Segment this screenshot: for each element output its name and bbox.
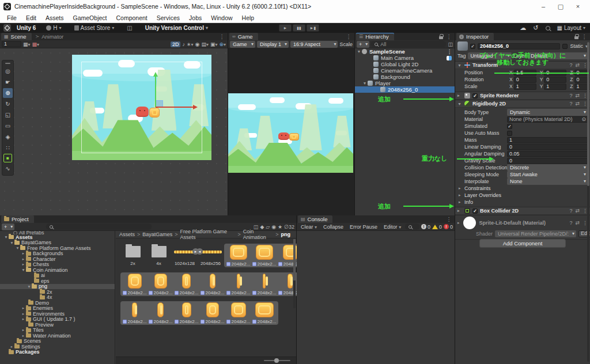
breadcrumb-item[interactable]: Free Platform Game Assets: [180, 229, 236, 240]
material-header[interactable]: ▸ Sprite-Lit-Default (Material) ?⇄⋮: [455, 215, 590, 230]
hierarchy-row[interactable]: Main Camera: [355, 55, 455, 61]
scene-tool-button[interactable]: ∿: [3, 164, 13, 173]
minimize-icon[interactable]: –: [535, 3, 552, 10]
kebab-icon[interactable]: ⋮: [447, 216, 452, 222]
scene-camera-icon[interactable]: ▣▾: [210, 41, 218, 47]
foldout-icon[interactable]: ▸: [21, 251, 26, 256]
foldout-icon[interactable]: ▼: [21, 268, 26, 272]
hierarchy-row[interactable]: Global Light 2D: [355, 61, 455, 67]
history-icon[interactable]: ↺: [533, 24, 538, 32]
rotation-x-field[interactable]: 0: [514, 77, 536, 83]
tab-inspector[interactable]: iInspector: [456, 33, 494, 40]
property-value[interactable]: 1: [507, 137, 588, 143]
foldout-icon[interactable]: ▼: [356, 50, 362, 54]
scene-grid-field[interactable]: 1: [2, 41, 21, 47]
asset-item[interactable]: 4x: [146, 244, 171, 266]
scene-overlay-icon[interactable]: ▤▾: [201, 41, 209, 47]
tag-dropdown[interactable]: Untagged: [468, 52, 512, 59]
snap-settings-icon[interactable]: ▩▾: [32, 41, 40, 47]
step-button[interactable]: ►▮: [307, 24, 319, 32]
game-target-dropdown[interactable]: Game: [230, 41, 255, 48]
position-x-field[interactable]: 1.5: [514, 70, 536, 76]
property-value[interactable]: [507, 131, 588, 136]
scene-tool-button[interactable]: ◈: [3, 132, 13, 142]
preset-icon[interactable]: ⇄: [575, 93, 580, 98]
scene-tool-button[interactable]: ↻: [3, 99, 13, 109]
project-tree-row[interactable]: ▸ Backgrounds: [0, 251, 115, 257]
help-icon[interactable]: ?: [569, 101, 572, 107]
2d-toggle[interactable]: 2D: [171, 41, 181, 47]
thumbnail-size-slider[interactable]: [264, 360, 290, 361]
play-button[interactable]: ►: [279, 24, 292, 32]
breadcrumb-item[interactable]: Assets: [119, 232, 135, 237]
console-search[interactable]: [405, 223, 419, 230]
warning-count[interactable]: 0: [432, 224, 442, 230]
preset-icon[interactable]: ⇄: [575, 220, 580, 226]
menu-item[interactable]: File: [2, 14, 21, 21]
project-tree-row[interactable]: ▸ Chests: [0, 262, 115, 268]
asset-item[interactable]: ◄ 2048x256: [198, 244, 223, 266]
foldout-icon[interactable]: ▸: [21, 328, 26, 332]
property-value[interactable]: 0: [507, 158, 588, 164]
overlay-handle[interactable]: [5, 63, 10, 64]
tab-game[interactable]: ∞Game: [229, 33, 258, 40]
asset-item[interactable]: 2048x2...: [148, 302, 173, 324]
project-tree-row[interactable]: ▸ Enemies: [0, 306, 115, 312]
menu-item[interactable]: Services: [152, 14, 184, 21]
project-tree-row[interactable]: Preview: [0, 322, 115, 328]
sprite-renderer-header[interactable]: ▸ ✓ Sprite Renderer ?⇄⋮: [455, 92, 590, 100]
property-value[interactable]: None: [507, 178, 588, 185]
foldout-icon[interactable]: ▸: [21, 306, 26, 310]
asset-item[interactable]: 2048x2...: [252, 302, 277, 324]
help-icon[interactable]: ?: [569, 220, 572, 226]
create-menu[interactable]: +: [2, 223, 14, 230]
menu-item[interactable]: Window: [206, 14, 237, 21]
pause-button[interactable]: ▮▮: [293, 24, 305, 32]
hierarchy-row[interactable]: Background: [355, 74, 455, 80]
asset-item[interactable]: ► 1024x128: [172, 244, 197, 266]
box-collider-header[interactable]: ▸ ✓ Box Collider 2D ?⇄⋮: [455, 207, 590, 215]
shader-dropdown[interactable]: Universal Render Pipeline/2D/:: [495, 230, 576, 237]
error-count[interactable]: !0: [444, 224, 453, 230]
scene-tool-button[interactable]: ◎: [3, 66, 13, 76]
asset-item[interactable]: 2048x2...: [226, 244, 251, 267]
property-value[interactable]: 0: [507, 144, 588, 150]
breadcrumb-item[interactable]: BayatGames: [142, 232, 172, 237]
asset-item[interactable]: 2048x2...: [252, 273, 277, 295]
project-tree-row[interactable]: Scenes: [0, 339, 115, 344]
static-checkbox[interactable]: [562, 44, 568, 49]
foldout-icon[interactable]: ▼: [27, 285, 32, 289]
asset-item[interactable]: 2048x2...: [148, 273, 173, 295]
lock-icon[interactable]: [574, 36, 578, 39]
preset-icon[interactable]: ⇄: [575, 208, 580, 214]
project-tree-row[interactable]: Demo: [0, 300, 115, 306]
transform-header[interactable]: ▼ Transform ?⇄⋮: [455, 61, 590, 69]
kebab-icon[interactable]: ⋮: [447, 33, 452, 40]
scene-tool-button[interactable]: ◱: [3, 110, 13, 120]
property-value[interactable]: 0.05: [507, 151, 588, 157]
maximize-icon[interactable]: ▢: [552, 3, 569, 10]
foldout-icon[interactable]: ▸: [21, 257, 26, 261]
tab-animator[interactable]: ≻Animator: [33, 33, 69, 40]
create-menu[interactable]: +: [357, 41, 369, 48]
menu-item[interactable]: GameObject: [69, 14, 112, 21]
foldout-icon[interactable]: ▼: [15, 246, 20, 250]
asset-store-button[interactable]: Asset Store▾: [72, 24, 117, 32]
scene-tool-button[interactable]: ■: [3, 154, 12, 162]
project-search[interactable]: [46, 223, 152, 230]
scale-y-field[interactable]: 1: [544, 84, 566, 90]
kebab-icon[interactable]: ⋮: [220, 33, 225, 40]
foldout-icon[interactable]: ▸: [9, 344, 14, 349]
preset-icon[interactable]: ⇄: [575, 62, 580, 68]
menu-item[interactable]: Assets: [41, 14, 69, 21]
clear-button[interactable]: Clear ▾: [298, 224, 319, 230]
scene-visibility-icon[interactable]: ◉: [195, 41, 200, 47]
foldout-icon[interactable]: ▸: [21, 333, 26, 338]
asset-item[interactable]: 2048x2...: [122, 302, 147, 324]
position-y-field[interactable]: 0: [544, 70, 566, 76]
scene-tool-button[interactable]: ☛: [3, 77, 13, 87]
grid-settings-icon[interactable]: ▦▾: [23, 41, 31, 47]
layer-dropdown[interactable]: Default: [528, 52, 588, 59]
kebab-icon[interactable]: ⋮: [582, 33, 588, 40]
project-tree-row[interactable]: ▸ Tiles: [0, 328, 115, 333]
